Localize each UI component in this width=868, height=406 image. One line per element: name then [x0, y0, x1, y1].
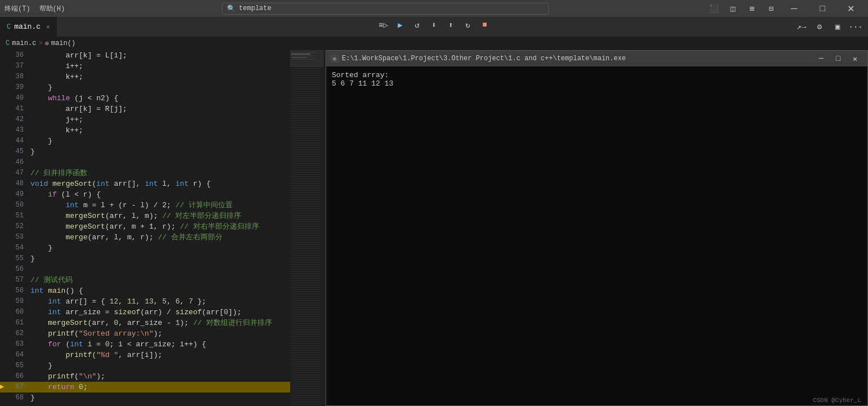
breadcrumb-sep-1: >: [38, 39, 42, 47]
breadcrumb-file[interactable]: main.c: [12, 39, 36, 47]
line-content-61: mergeSort(arr, 0, arr_size - 1); // 对数组进…: [30, 318, 324, 328]
line-number-56: 56: [8, 264, 30, 275]
run-remote-icon[interactable]: ↗→: [794, 19, 809, 35]
line-content-54: }: [30, 243, 324, 253]
run-action-button[interactable]: ≡▷: [376, 17, 391, 33]
line-content-60: int arr_size = sizeof(arr) / sizeof(arr[…: [30, 307, 324, 318]
terminal-window: ▣ E:\1.WorkSpace\1.Project\3.Other Proje…: [326, 50, 868, 406]
code-line-65: 65 }: [0, 360, 324, 371]
code-line-45: 45}: [0, 146, 324, 157]
line-content-62: printf("Sorted array:\n");: [30, 328, 324, 339]
minimap: [290, 50, 324, 406]
restart-button[interactable]: ↻: [460, 17, 476, 33]
line-number-62: 62: [8, 328, 30, 339]
line-content-67: return 0;: [30, 382, 324, 392]
terminal-path: E:\1.WorkSpace\1.Project\3.Other Project…: [342, 55, 626, 63]
close-button[interactable]: ✕: [838, 0, 863, 17]
search-icon: 🔍: [227, 5, 235, 13]
line-number-60: 60: [8, 307, 30, 318]
breadcrumb-icon: C: [6, 39, 10, 47]
line-number-65: 65: [8, 360, 30, 371]
line-content-53: merge(arr, l, m, r); // 合并左右两部分: [30, 232, 324, 243]
line-number-55: 55: [8, 253, 30, 264]
terminal-minimize-button[interactable]: ─: [813, 51, 829, 66]
line-content-49: if (l < r) {: [30, 189, 324, 200]
step-into-button[interactable]: ⬇: [426, 17, 442, 33]
line-number-53: 53: [8, 232, 30, 243]
breadcrumb-func[interactable]: main(): [51, 39, 75, 47]
breadcrumb: C main.c > ⊕ main(): [0, 37, 868, 50]
step-out-button[interactable]: ⬆: [443, 17, 459, 33]
tab-main-c[interactable]: C main.c ✕: [0, 17, 57, 37]
search-bar[interactable]: 🔍 template: [222, 3, 549, 15]
tab-close-icon[interactable]: ✕: [46, 23, 50, 30]
line-number-58: 58: [8, 285, 30, 296]
line-number-38: 38: [8, 72, 30, 82]
menu-help[interactable]: 帮助(H): [39, 4, 65, 14]
tab-toolbar-row: C main.c ✕ ≡▷ ▶ ↺ ⬇ ⬆ ↻ ■ ↗→ ⚙ ▣ ···: [0, 17, 868, 37]
layout-icon-4[interactable]: ⊟: [763, 2, 779, 15]
line-content-40: while (j < n2) {: [30, 93, 324, 104]
search-text: template: [239, 5, 271, 12]
menu-terminal[interactable]: 终端(T): [5, 4, 30, 14]
terminal-title: ▣ E:\1.WorkSpace\1.Project\3.Other Proje…: [331, 55, 626, 63]
terminal-close-button[interactable]: ✕: [847, 51, 863, 66]
terminal-body: Sorted array: 5 6 7 11 12 13: [326, 66, 867, 405]
code-line-57: 57// 测试代码: [0, 275, 324, 285]
layout-icons: ⬛ ◫ ⊞ ⊟: [706, 2, 779, 15]
line-content-42: j++;: [30, 114, 324, 125]
code-line-59: 59 int arr[] = { 12, 11, 13, 5, 6, 7 };: [0, 296, 324, 307]
watermark: CSDN @Cyber_L: [813, 397, 861, 404]
terminal-title-bar: ▣ E:\1.WorkSpace\1.Project\3.Other Proje…: [326, 51, 867, 66]
layout-icon-2[interactable]: ◫: [725, 2, 741, 15]
settings-icon[interactable]: ⚙: [812, 19, 827, 35]
debug-toolbar: ≡▷ ▶ ↺ ⬇ ⬆ ↻ ■: [376, 17, 493, 33]
line-number-44: 44: [8, 136, 30, 146]
main-content: 36 arr[k] = L[i];37 i++;38 k++;39 }40 wh…: [0, 50, 868, 406]
maximize-button[interactable]: □: [809, 0, 835, 17]
code-line-49: 49 if (l < r) {: [0, 189, 324, 200]
line-number-40: 40: [8, 93, 30, 104]
step-over-button[interactable]: ↺: [409, 17, 425, 33]
code-line-54: 54 }: [0, 243, 324, 253]
line-content-43: k++;: [30, 125, 324, 136]
tab-label: main.c: [14, 23, 41, 31]
code-line-50: 50 int m = l + (r - l) / 2; // 计算中间位置: [0, 200, 324, 211]
line-number-63: 63: [8, 339, 30, 350]
line-number-68: 68: [8, 392, 30, 403]
terminal-output-line-1: Sorted array:: [332, 71, 862, 79]
line-number-43: 43: [8, 125, 30, 136]
line-number-46: 46: [8, 157, 30, 168]
line-number-54: 54: [8, 243, 30, 253]
more-actions-icon[interactable]: ···: [848, 19, 863, 35]
minimize-button[interactable]: ─: [781, 0, 807, 17]
layout-icon-3[interactable]: ⊞: [744, 2, 760, 15]
line-number-48: 48: [8, 179, 30, 189]
continue-button[interactable]: ▶: [393, 17, 408, 33]
code-line-47: 47// 归并排序函数: [0, 168, 324, 179]
line-number-39: 39: [8, 82, 30, 93]
line-content-52: mergeSort(arr, m + 1, r); // 对右半部分递归排序: [30, 221, 324, 232]
line-content-37: i++;: [30, 61, 324, 72]
line-number-59: 59: [8, 296, 30, 307]
layout-icon-1[interactable]: ⬛: [706, 2, 722, 15]
code-line-62: 62 printf("Sorted array:\n");: [0, 328, 324, 339]
line-number-57: 57: [8, 275, 30, 285]
line-content-65: }: [30, 360, 324, 371]
terminal-maximize-button[interactable]: □: [830, 51, 846, 66]
line-number-67: 67: [8, 382, 30, 392]
code-line-46: 46: [0, 157, 324, 168]
code-line-40: 40 while (j < n2) {: [0, 93, 324, 104]
code-line-55: 55}: [0, 253, 324, 264]
line-content-66: printf("\n");: [30, 371, 324, 382]
code-line-41: 41 arr[k] = R[j];: [0, 104, 324, 114]
stop-button[interactable]: ■: [477, 17, 493, 33]
panel-layout-icon[interactable]: ▣: [830, 19, 845, 35]
line-number-37: 37: [8, 61, 30, 72]
code-line-61: 61 mergeSort(arr, 0, arr_size - 1); // 对…: [0, 318, 324, 328]
line-content-41: arr[k] = R[j];: [30, 104, 324, 114]
line-number-61: 61: [8, 318, 30, 328]
code-line-51: 51 mergeSort(arr, l, m); // 对左半部分递归排序: [0, 211, 324, 221]
breadcrumb-func-icon: ⊕: [45, 39, 49, 48]
title-bar: 终端(T) 帮助(H) 🔍 template ⬛ ◫ ⊞ ⊟ ─ □ ✕: [0, 0, 868, 17]
